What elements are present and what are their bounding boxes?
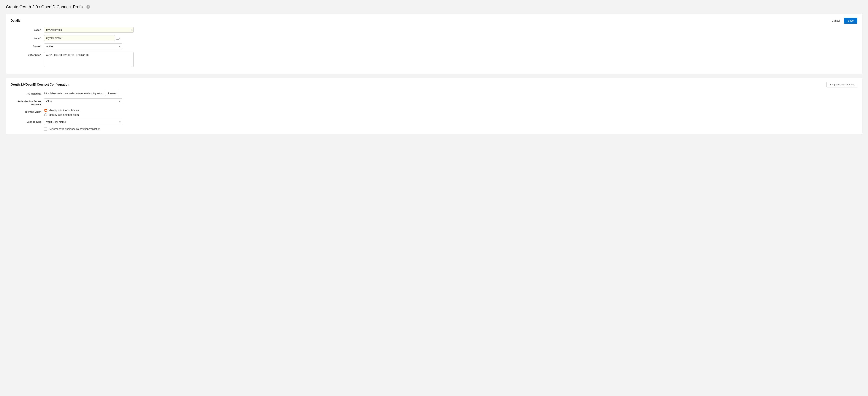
name-input[interactable] bbox=[44, 35, 115, 41]
audience-restriction-label: Perform strict Audience Restriction vali… bbox=[49, 128, 100, 131]
name-field-row: Name* __c bbox=[11, 35, 857, 41]
details-section: Details Cancel Save Label* ⊞ Name* __c S… bbox=[6, 14, 862, 74]
status-field-row: Status* Active Inactive bbox=[11, 44, 857, 49]
label-input[interactable] bbox=[44, 27, 133, 33]
identity-claim-row: Identity Claim Identity is in the "sub" … bbox=[11, 109, 857, 116]
cancel-button[interactable]: Cancel bbox=[830, 18, 842, 23]
details-section-header: Details Cancel Save bbox=[11, 18, 857, 24]
identity-claim-radio-group: Identity is in the "sub" claim Identity … bbox=[44, 109, 133, 116]
oauth-header-actions: ⬆ Upload AS Metadata bbox=[827, 82, 857, 87]
radio-item-another[interactable]: Identity is in another claim bbox=[44, 113, 133, 116]
auth-server-row: Authorization ServerProvider Okta Other bbox=[11, 98, 857, 106]
radio-another-label: Identity is in another claim bbox=[49, 113, 79, 116]
status-field-wrapper: Active Inactive bbox=[44, 44, 133, 49]
as-metadata-inline: https://dev- .okta.com/.well-known/openi… bbox=[44, 91, 133, 96]
details-section-title: Details bbox=[11, 19, 20, 22]
name-field-wrapper: __c bbox=[44, 35, 133, 41]
as-metadata-label: AS Metadata bbox=[11, 91, 44, 95]
status-field-label: Status* bbox=[11, 44, 44, 48]
oauth-section-header: OAuth 2.0/OpenID Connect Configuration ⬆… bbox=[11, 82, 857, 87]
oauth-section-title: OAuth 2.0/OpenID Connect Configuration bbox=[11, 83, 69, 86]
metadata-url: https://dev- .okta.com/.well-known/openi… bbox=[44, 92, 103, 95]
description-field-label: Description bbox=[11, 52, 44, 56]
user-id-type-field: Vault User Name Federated ID Username bbox=[44, 119, 133, 125]
audience-restriction-checkbox[interactable] bbox=[44, 128, 47, 131]
radio-sub-dot bbox=[44, 109, 47, 112]
upload-button-label: Upload AS Metadata bbox=[832, 83, 855, 86]
radio-another-dot bbox=[44, 113, 47, 116]
user-id-type-row: User ID Type Vault User Name Federated I… bbox=[11, 119, 857, 125]
name-field-label: Name* bbox=[11, 35, 44, 39]
description-textarea[interactable]: Auth using my okta instance bbox=[44, 52, 133, 67]
label-input-wrapper: ⊞ bbox=[44, 27, 133, 33]
label-field-label: Label* bbox=[11, 27, 44, 31]
status-select-wrapper: Active Inactive bbox=[44, 44, 122, 49]
label-field-wrapper: ⊞ bbox=[44, 27, 133, 33]
page-title-row: Create OAuth 2.0 / OpenID Connect Profil… bbox=[6, 4, 862, 9]
upload-icon: ⬆ bbox=[829, 83, 831, 86]
as-metadata-row: AS Metadata https://dev- .okta.com/.well… bbox=[11, 91, 857, 96]
auth-server-select-wrapper: Okta Other bbox=[44, 98, 122, 105]
table-icon: ⊞ bbox=[130, 28, 132, 32]
label-field-row: Label* ⊞ bbox=[11, 27, 857, 33]
user-id-select[interactable]: Vault User Name Federated ID Username bbox=[44, 119, 122, 125]
audience-restriction-row: Perform strict Audience Restriction vali… bbox=[44, 128, 857, 131]
radio-item-sub[interactable]: Identity is in the "sub" claim bbox=[44, 109, 133, 112]
oauth-section: OAuth 2.0/OpenID Connect Configuration ⬆… bbox=[6, 78, 862, 135]
auth-server-select[interactable]: Okta Other bbox=[44, 98, 122, 105]
name-suffix: __c bbox=[116, 37, 120, 39]
auth-server-field: Okta Other bbox=[44, 98, 133, 105]
identity-claim-label: Identity Claim bbox=[11, 109, 44, 113]
details-header-actions: Cancel Save bbox=[830, 18, 857, 24]
save-button[interactable]: Save bbox=[844, 18, 857, 24]
status-select[interactable]: Active Inactive bbox=[44, 44, 122, 49]
auth-server-label: Authorization ServerProvider bbox=[11, 98, 44, 106]
upload-metadata-button[interactable]: ⬆ Upload AS Metadata bbox=[827, 82, 857, 87]
radio-sub-label: Identity is in the "sub" claim bbox=[49, 109, 80, 112]
preview-button[interactable]: Preview bbox=[105, 91, 119, 96]
user-id-select-wrapper: Vault User Name Federated ID Username bbox=[44, 119, 122, 125]
page-title: Create OAuth 2.0 / OpenID Connect Profil… bbox=[6, 4, 85, 9]
identity-claim-field: Identity is in the "sub" claim Identity … bbox=[44, 109, 133, 116]
description-field-row: Description Auth using my okta instance bbox=[11, 52, 857, 67]
user-id-type-label: User ID Type bbox=[11, 119, 44, 123]
name-field-inline: __c bbox=[44, 35, 133, 41]
as-metadata-field: https://dev- .okta.com/.well-known/openi… bbox=[44, 91, 133, 96]
description-field-wrapper: Auth using my okta instance bbox=[44, 52, 133, 67]
help-icon[interactable]: ? bbox=[86, 5, 90, 9]
